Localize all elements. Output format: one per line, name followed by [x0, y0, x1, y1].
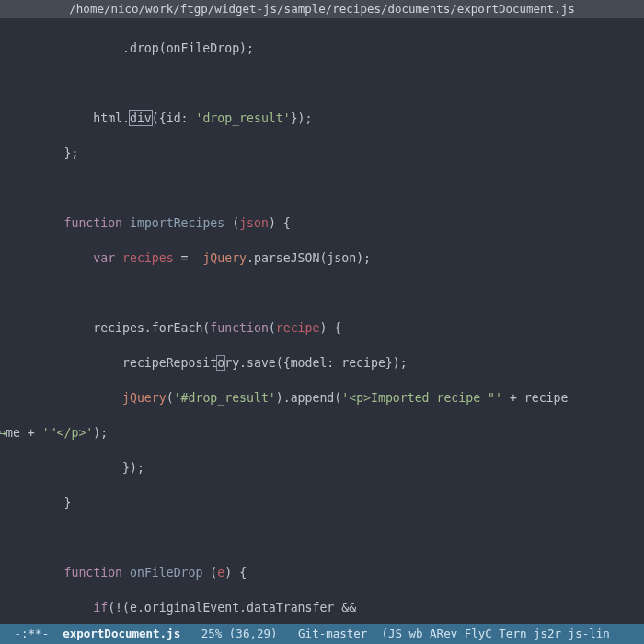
code-editor[interactable]: .drop(onFileDrop); html.div({id: 'drop_r…	[0, 18, 644, 644]
wrap-icon: ↪	[0, 424, 7, 442]
modeline-state: -:**-	[7, 627, 63, 640]
code-line: };	[0, 144, 644, 162]
code-line: recipeRepository.save({model: recipe});	[0, 354, 644, 372]
code-line	[0, 284, 644, 302]
modeline-modes: (JS wb ARev FlyC Tern js2r js-lin	[367, 627, 609, 640]
code-line: function onFileDrop (e) {	[0, 564, 644, 581]
window-titlebar: /home/nico/work/ftgp/widget-js/sample/re…	[0, 0, 644, 18]
code-line: html.div({id: 'drop_result'});	[0, 109, 644, 127]
code-line: }	[0, 494, 644, 512]
modeline-branch: Git-master	[298, 627, 367, 640]
code-line: ↪me + '"</p>');	[0, 424, 644, 442]
window-title-path: /home/nico/work/ftgp/widget-js/sample/re…	[69, 2, 574, 16]
code-line: .drop(onFileDrop);	[0, 40, 644, 57]
modeline-filename: exportDocument.js	[63, 627, 180, 640]
code-line: });	[0, 459, 644, 477]
highlight-box: div	[130, 111, 152, 125]
code-line: function importRecipes (json) {	[0, 214, 644, 232]
cursor-box: o	[217, 356, 224, 370]
code-line	[0, 179, 644, 197]
modeline-position: 25% (36,29)	[180, 627, 298, 640]
mode-line: -:**- exportDocument.js 25% (36,29) Git-…	[0, 624, 644, 644]
code-line	[0, 529, 644, 546]
code-line: if(!(e.originalEvent.dataTransfer &&	[0, 599, 644, 616]
code-line: jQuery('#drop_result').append('<p>Import…	[0, 389, 644, 407]
code-line: var recipes = jQuery.parseJSON(json);	[0, 249, 644, 267]
code-line: recipes.forEach(function(recipe) {	[0, 319, 644, 337]
code-line	[0, 75, 644, 92]
